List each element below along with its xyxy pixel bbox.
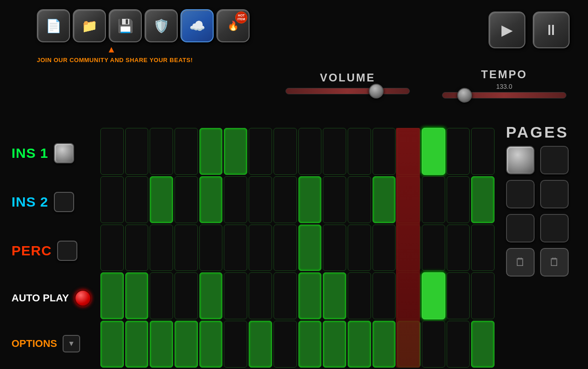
cell-1-10[interactable] [348, 176, 371, 223]
cell-3-2[interactable] [150, 272, 173, 319]
cell-1-15[interactable] [471, 176, 495, 223]
cell-1-9[interactable] [323, 176, 346, 223]
hot-item-button[interactable]: 🔥 HOTITEM [216, 9, 250, 42]
cell-2-6[interactable] [249, 225, 272, 271]
cell-0-1[interactable] [125, 128, 149, 175]
cell-4-11[interactable] [373, 321, 396, 368]
cell-4-0[interactable] [100, 321, 124, 368]
volume-slider[interactable] [285, 88, 410, 94]
pause-button[interactable]: ⏸ [533, 12, 570, 48]
cell-0-3[interactable] [175, 128, 198, 175]
tempo-thumb[interactable] [457, 88, 472, 103]
cell-2-15[interactable] [471, 225, 495, 271]
cell-4-5[interactable] [224, 321, 247, 368]
cell-0-15[interactable] [471, 128, 495, 175]
cell-3-7[interactable] [274, 272, 297, 319]
cell-2-11[interactable] [373, 225, 396, 271]
cell-2-5[interactable] [224, 225, 247, 271]
cell-4-4[interactable] [199, 321, 223, 368]
cell-3-5[interactable] [224, 272, 247, 319]
perc-button[interactable] [57, 241, 77, 261]
cell-1-13[interactable] [422, 176, 445, 223]
cell-1-8[interactable] [298, 176, 322, 223]
cell-4-7[interactable] [274, 321, 297, 368]
cloud-button[interactable]: ☁️ [180, 9, 214, 42]
open-folder-button[interactable]: 📁 [73, 9, 106, 42]
page-button-4[interactable] [540, 180, 569, 208]
cell-0-14[interactable] [447, 128, 470, 175]
cell-2-2[interactable] [150, 225, 173, 271]
cell-1-11[interactable] [373, 176, 396, 223]
cell-4-6[interactable] [249, 321, 272, 368]
cell-4-15[interactable] [471, 321, 495, 368]
cell-0-11[interactable] [373, 128, 396, 175]
cell-2-9[interactable] [323, 225, 346, 271]
cell-0-10[interactable] [348, 128, 371, 175]
cell-2-8[interactable] [298, 225, 322, 271]
cell-3-15[interactable] [471, 272, 495, 319]
cell-2-4[interactable] [199, 225, 223, 271]
cell-1-1[interactable] [125, 176, 149, 223]
page-button-1[interactable] [506, 146, 535, 174]
cell-2-12[interactable] [397, 225, 420, 271]
cell-0-0[interactable] [100, 128, 124, 175]
cell-2-7[interactable] [274, 225, 297, 271]
cell-4-1[interactable] [125, 321, 149, 368]
volume-thumb[interactable] [369, 84, 384, 98]
cell-0-5[interactable] [224, 128, 247, 175]
cell-3-1[interactable] [125, 272, 149, 319]
cell-4-8[interactable] [298, 321, 322, 368]
page-button-doc2[interactable]: 🗒 [540, 248, 569, 277]
shield-button[interactable]: 🛡️ [145, 9, 178, 42]
cell-4-3[interactable] [175, 321, 198, 368]
cell-4-9[interactable] [323, 321, 346, 368]
ins1-button[interactable] [54, 143, 74, 163]
cell-3-4[interactable] [199, 272, 223, 319]
cell-2-3[interactable] [175, 225, 198, 271]
cell-3-12[interactable] [397, 272, 420, 319]
new-file-button[interactable]: 📄 [37, 9, 70, 42]
cell-0-9[interactable] [323, 128, 346, 175]
cell-3-14[interactable] [447, 272, 470, 319]
cell-4-2[interactable] [150, 321, 173, 368]
cell-0-8[interactable] [298, 128, 322, 175]
cell-3-0[interactable] [100, 272, 124, 319]
cell-0-12[interactable] [397, 128, 420, 175]
cell-3-8[interactable] [298, 272, 322, 319]
cell-2-1[interactable] [125, 225, 149, 271]
page-button-2[interactable] [540, 146, 569, 174]
page-button-6[interactable] [540, 214, 569, 242]
options-button[interactable]: ▼ [63, 335, 80, 352]
cell-4-13[interactable] [422, 321, 445, 368]
cell-2-13[interactable] [422, 225, 445, 271]
cell-1-3[interactable] [175, 176, 198, 223]
cell-3-11[interactable] [373, 272, 396, 319]
cell-1-4[interactable] [199, 176, 223, 223]
cell-4-14[interactable] [447, 321, 470, 368]
tempo-slider[interactable] [442, 92, 566, 98]
cell-3-9[interactable] [323, 272, 346, 319]
cell-1-12[interactable] [397, 176, 420, 223]
cell-4-10[interactable] [348, 321, 371, 368]
cell-0-2[interactable] [150, 128, 173, 175]
autoplay-button[interactable] [75, 290, 91, 306]
cell-1-2[interactable] [150, 176, 173, 223]
page-button-3[interactable] [506, 180, 535, 208]
save-button[interactable]: 💾 [109, 9, 142, 42]
cell-0-4[interactable] [199, 128, 223, 175]
play-button[interactable]: ▶ [489, 12, 525, 48]
cell-1-0[interactable] [100, 176, 124, 223]
cell-2-0[interactable] [100, 225, 124, 271]
page-button-doc1[interactable]: 🗒 [506, 248, 535, 277]
cell-3-3[interactable] [175, 272, 198, 319]
cell-1-6[interactable] [249, 176, 272, 223]
cell-3-10[interactable] [348, 272, 371, 319]
page-button-5[interactable] [506, 214, 535, 242]
cell-1-14[interactable] [447, 176, 470, 223]
cell-0-6[interactable] [249, 128, 272, 175]
cell-1-5[interactable] [224, 176, 247, 223]
cell-3-13[interactable] [422, 272, 445, 319]
ins2-button[interactable] [54, 192, 74, 212]
cell-3-6[interactable] [249, 272, 272, 319]
cell-4-12[interactable] [397, 321, 420, 368]
